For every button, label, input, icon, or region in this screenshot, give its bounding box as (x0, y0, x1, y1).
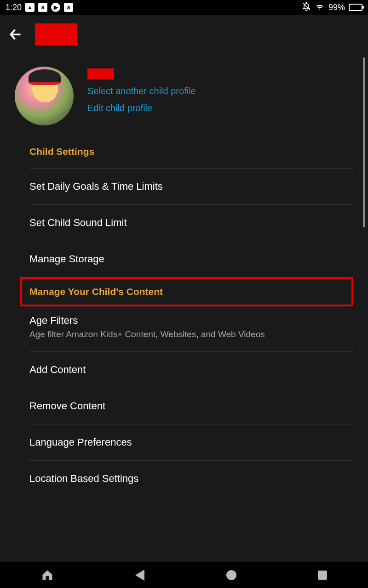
back-button[interactable] (7, 26, 24, 43)
item-sound-limit[interactable]: Set Child Sound Limit (29, 204, 353, 241)
nav-recent-button[interactable] (318, 571, 327, 580)
item-add-content[interactable]: Add Content (29, 351, 353, 388)
wifi-icon (315, 1, 325, 14)
item-language-preferences[interactable]: Language Preferences (29, 424, 353, 460)
play-icon: ▶ (51, 3, 60, 12)
amazon-icon-2: a (64, 3, 73, 12)
section-manage-content: Manage Your Child's Content (29, 279, 342, 305)
status-time: 1:20 (6, 3, 22, 12)
item-location-settings[interactable]: Location Based Settings (29, 460, 353, 497)
app-bar (0, 15, 368, 54)
page-title-redacted (35, 23, 77, 45)
select-another-profile-link[interactable]: Select another child profile (87, 86, 196, 96)
item-daily-goals[interactable]: Set Daily Goals & Time Limits (29, 168, 353, 204)
section-child-settings: Child Settings (29, 135, 353, 168)
item-label: Location Based Settings (29, 473, 353, 485)
item-age-filters[interactable]: Age Filters Age filter Amazon Kids+ Cont… (29, 306, 353, 351)
status-bar: 1:20 ▲ a ▶ a 99% (0, 0, 368, 15)
nav-back-button[interactable] (135, 570, 144, 581)
dnd-icon (302, 2, 311, 13)
highlighted-section: Manage Your Child's Content (20, 277, 353, 306)
battery-percentage: 99% (328, 3, 345, 12)
amazon-icon: a (38, 3, 47, 12)
nav-home-circle-button[interactable] (226, 570, 236, 580)
item-label: Remove Content (29, 400, 353, 412)
item-remove-content[interactable]: Remove Content (29, 388, 353, 424)
svg-point-2 (47, 577, 49, 579)
scrollbar[interactable] (363, 57, 365, 227)
gallery-icon: ▲ (25, 3, 34, 12)
item-label: Language Preferences (29, 436, 353, 448)
item-label: Set Child Sound Limit (29, 217, 353, 229)
edit-child-profile-link[interactable]: Edit child profile (87, 103, 196, 113)
content-scroll[interactable]: Select another child profile Edit child … (0, 54, 368, 562)
item-label: Add Content (29, 364, 353, 376)
item-label: Manage Storage (29, 253, 353, 265)
avatar (15, 67, 74, 125)
svg-point-1 (46, 577, 47, 579)
item-manage-storage[interactable]: Manage Storage (29, 241, 353, 277)
nav-bar (0, 562, 368, 588)
child-name-redacted (87, 68, 114, 79)
item-label: Age Filters (29, 315, 353, 327)
item-label: Set Daily Goals & Time Limits (29, 181, 353, 192)
item-subtitle: Age filter Amazon Kids+ Content, Website… (29, 329, 353, 339)
battery-icon (349, 4, 362, 11)
profile-section: Select another child profile Edit child … (0, 54, 368, 135)
nav-home-button[interactable] (41, 569, 54, 582)
